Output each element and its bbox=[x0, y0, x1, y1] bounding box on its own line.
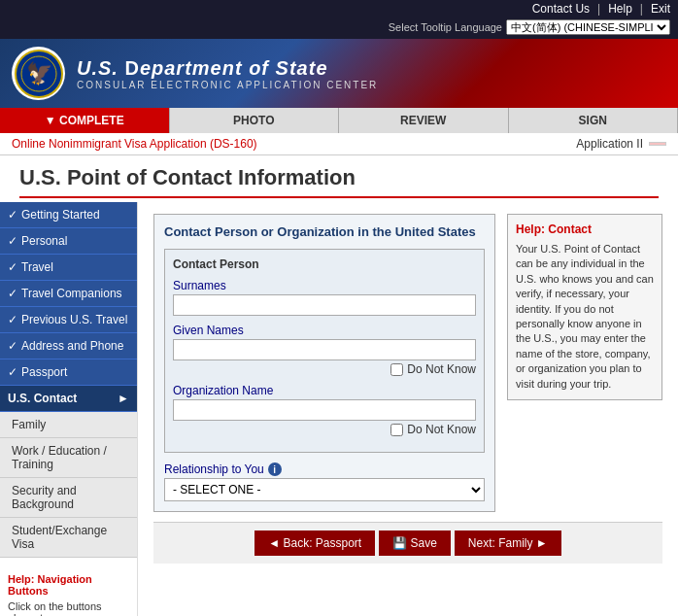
sidebar-label-personal: Personal bbox=[17, 234, 129, 248]
sidebar-label-work-education: Work / Education / Training bbox=[12, 444, 129, 471]
sidebar-item-family[interactable]: Family bbox=[0, 412, 137, 438]
site-header: 🦅 U.S. Department of State CONSULAR ELEC… bbox=[0, 39, 678, 108]
do-not-know-org: Do Not Know bbox=[173, 423, 476, 436]
dept-logo: 🦅 bbox=[12, 47, 65, 100]
relationship-label: Relationship to You i bbox=[164, 462, 485, 476]
sidebar-item-student-exchange[interactable]: Student/Exchange Visa bbox=[0, 518, 137, 558]
sidebar-help: Help: Navigation Buttons Click on the bu… bbox=[0, 565, 137, 616]
do-not-know-names-label: Do Not Know bbox=[407, 362, 476, 376]
sidebar-label-address-phone: Address and Phone bbox=[17, 339, 129, 353]
content-area: Contact Person or Organization in the Un… bbox=[138, 202, 678, 616]
nav-tabs: ▼ COMPLETE PHOTO REVIEW SIGN bbox=[0, 108, 678, 133]
form-inner: Contact Person Surnames Given Names Do N… bbox=[164, 249, 485, 453]
sidebar-item-personal[interactable]: ✓ Personal bbox=[0, 228, 137, 255]
lang-label: Select Tooltip Language bbox=[389, 21, 502, 33]
sidebar: ✓ Getting Started ✓ Personal ✓ Travel ✓ … bbox=[0, 202, 138, 616]
check-getting-started: ✓ bbox=[8, 208, 17, 222]
help-box: Help: Contact Your U.S. Point of Contact… bbox=[507, 214, 662, 400]
sidebar-label-student-exchange: Student/Exchange Visa bbox=[12, 524, 129, 551]
tab-complete[interactable]: ▼ COMPLETE bbox=[0, 108, 170, 133]
check-personal: ✓ bbox=[8, 234, 17, 248]
surnames-label: Surnames bbox=[173, 279, 476, 292]
sidebar-item-address-phone[interactable]: ✓ Address and Phone bbox=[0, 333, 137, 359]
tab-review[interactable]: REVIEW bbox=[339, 108, 509, 133]
form-label: Online Nonimmigrant Visa Application (DS… bbox=[12, 137, 257, 151]
check-travel: ✓ bbox=[8, 260, 17, 274]
svg-text:🦅: 🦅 bbox=[25, 60, 52, 86]
sidebar-item-security-background[interactable]: Security and Background bbox=[0, 478, 137, 518]
org-name-input[interactable] bbox=[173, 399, 476, 421]
help-box-text: Your U.S. Point of Contact can be any in… bbox=[516, 242, 654, 392]
sidebar-item-travel[interactable]: ✓ Travel bbox=[0, 255, 137, 281]
relationship-row: Relationship to You i - SELECT ONE - Spo… bbox=[164, 462, 485, 501]
tab-photo[interactable]: PHOTO bbox=[170, 108, 340, 133]
top-bar: Contact Us | Help | Exit bbox=[0, 0, 678, 17]
contact-form-box: Contact Person or Organization in the Un… bbox=[153, 214, 495, 512]
lang-bar: Select Tooltip Language 中文(简体) (CHINESE-… bbox=[0, 17, 678, 39]
save-button[interactable]: 💾 Save bbox=[379, 530, 451, 556]
tab-review-label: REVIEW bbox=[400, 114, 446, 127]
org-name-label: Organization Name bbox=[173, 384, 476, 397]
sidebar-item-travel-companions[interactable]: ✓ Travel Companions bbox=[0, 281, 137, 307]
dept-subtitle: CONSULAR ELECTRONIC APPLICATION CENTER bbox=[77, 80, 378, 90]
given-names-group: Given Names Do Not Know bbox=[173, 324, 476, 376]
given-names-label: Given Names bbox=[173, 324, 476, 337]
app-id-label: Application II bbox=[576, 137, 643, 151]
sidebar-label-travel-companions: Travel Companions bbox=[17, 287, 129, 300]
tab-complete-label: ▼ COMPLETE bbox=[45, 114, 124, 127]
do-not-know-org-label: Do Not Know bbox=[407, 423, 476, 436]
info-icon: i bbox=[268, 462, 282, 476]
sidebar-label-security-background: Security and Background bbox=[12, 484, 129, 511]
check-address-phone: ✓ bbox=[8, 339, 17, 353]
arrow-right-icon: ► bbox=[118, 392, 129, 405]
sidebar-item-passport[interactable]: ✓ Passport bbox=[0, 359, 137, 386]
given-names-input[interactable] bbox=[173, 339, 476, 360]
dept-name: U.S. Department of State bbox=[77, 57, 378, 80]
help-link[interactable]: Help bbox=[608, 2, 632, 16]
tab-photo-label: PHOTO bbox=[233, 114, 274, 127]
contact-us-link[interactable]: Contact Us bbox=[532, 2, 590, 16]
org-name-group: Organization Name Do Not Know bbox=[173, 384, 476, 436]
form-section-title: Contact Person or Organization in the Un… bbox=[164, 224, 485, 239]
sidebar-label-travel: Travel bbox=[17, 260, 129, 274]
tab-sign-label: SIGN bbox=[579, 114, 607, 127]
lang-select[interactable]: 中文(简体) (CHINESE-SIMPLI bbox=[506, 19, 670, 35]
sidebar-help-text: Click on the buttons above to access pre… bbox=[8, 600, 129, 616]
surnames-input[interactable] bbox=[173, 294, 476, 316]
header-text: U.S. Department of State CONSULAR ELECTR… bbox=[77, 57, 378, 90]
sidebar-label-previous-travel: Previous U.S. Travel bbox=[17, 313, 129, 326]
app-bar: Online Nonimmigrant Visa Application (DS… bbox=[0, 133, 678, 155]
check-travel-companions: ✓ bbox=[8, 287, 17, 300]
check-passport: ✓ bbox=[8, 365, 17, 379]
form-section: Contact Person or Organization in the Un… bbox=[153, 214, 662, 512]
check-previous-travel: ✓ bbox=[8, 313, 17, 326]
page-title: U.S. Point of Contact Information bbox=[19, 165, 659, 198]
do-not-know-org-checkbox[interactable] bbox=[390, 424, 403, 436]
sidebar-help-title: Help: Navigation Buttons bbox=[8, 573, 129, 597]
surnames-group: Surnames bbox=[173, 279, 476, 316]
page-title-bar: U.S. Point of Contact Information bbox=[0, 155, 678, 202]
relationship-select[interactable]: - SELECT ONE - Spouse Child Parent Sibli… bbox=[164, 478, 485, 501]
bottom-nav: ◄ Back: Passport 💾 Save Next: Family ► bbox=[153, 522, 662, 564]
back-button[interactable]: ◄ Back: Passport bbox=[254, 530, 375, 556]
sidebar-label-family: Family bbox=[12, 418, 46, 431]
main-layout: ✓ Getting Started ✓ Personal ✓ Travel ✓ … bbox=[0, 202, 678, 616]
do-not-know-names-checkbox[interactable] bbox=[390, 363, 403, 376]
app-id-value bbox=[649, 142, 666, 146]
tab-sign[interactable]: SIGN bbox=[509, 108, 679, 133]
sidebar-label-passport: Passport bbox=[17, 365, 129, 379]
form-inner-title: Contact Person bbox=[173, 257, 476, 271]
sidebar-label-getting-started: Getting Started bbox=[17, 208, 129, 222]
exit-link[interactable]: Exit bbox=[651, 2, 670, 16]
next-button[interactable]: Next: Family ► bbox=[455, 530, 561, 556]
sidebar-item-previous-travel[interactable]: ✓ Previous U.S. Travel bbox=[0, 307, 137, 333]
do-not-know-names: Do Not Know bbox=[173, 362, 476, 376]
sidebar-label-us-contact: U.S. Contact bbox=[8, 392, 118, 405]
sidebar-item-work-education[interactable]: Work / Education / Training bbox=[0, 438, 137, 478]
help-box-title: Help: Contact bbox=[516, 222, 654, 236]
sidebar-item-us-contact[interactable]: U.S. Contact ► bbox=[0, 386, 137, 412]
sidebar-item-getting-started[interactable]: ✓ Getting Started bbox=[0, 202, 137, 228]
app-id: Application II bbox=[576, 137, 666, 151]
